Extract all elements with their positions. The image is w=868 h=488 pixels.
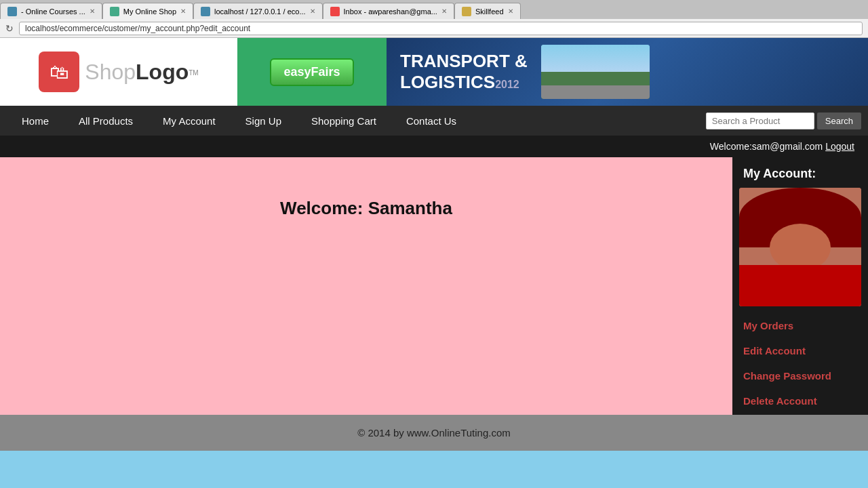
sidebar-title: My Account: xyxy=(732,157,868,188)
logo-logo: Logo xyxy=(136,60,189,84)
tab-3[interactable]: localhost / 127.0.0.1 / eco... ✕ xyxy=(193,3,323,19)
welcome-email: sam@gmail.com xyxy=(752,141,823,152)
shop-logo-icon: 🛍 xyxy=(39,52,79,92)
sidebar-delete-account[interactable]: Delete Account xyxy=(732,388,868,413)
main-content: Welcome: Samantha xyxy=(0,157,732,415)
nav-shopping-cart[interactable]: Shopping Cart xyxy=(296,106,391,136)
nav-bar: Home All Products My Account Sign Up Sho… xyxy=(0,106,868,136)
logo-box: 🛍 ShopLogoTM xyxy=(39,52,198,92)
browser-chrome: - Online Courses ... ✕ My Online Shop ✕ … xyxy=(0,0,868,38)
sidebar-avatar xyxy=(739,188,861,306)
nav-home[interactable]: Home xyxy=(7,106,64,136)
tab-5[interactable]: Skillfeed ✕ xyxy=(454,3,521,19)
search-button[interactable]: Search xyxy=(817,113,861,129)
welcome-bar: Welcome:sam@gmail.com Logout xyxy=(0,136,868,157)
tab-label-1: - Online Courses ... xyxy=(21,7,85,16)
tab-label-5: Skillfeed xyxy=(475,7,504,16)
nav-all-products[interactable]: All Products xyxy=(64,106,148,136)
nav-sign-up[interactable]: Sign Up xyxy=(231,106,296,136)
tab-label-2: My Online Shop xyxy=(123,7,176,16)
transport-line2: LOGISTICS2012 xyxy=(400,72,528,93)
tab-close-2[interactable]: ✕ xyxy=(180,7,186,15)
tab-favicon-4 xyxy=(330,7,340,16)
welcome-text: Welcome: xyxy=(710,141,752,152)
logout-link[interactable]: Logout xyxy=(825,141,854,152)
tab-close-1[interactable]: ✕ xyxy=(90,7,95,15)
tab-1[interactable]: - Online Courses ... ✕ xyxy=(0,3,102,19)
footer-text: © 2014 by www.OnlineTuting.com xyxy=(357,427,511,439)
banner-image xyxy=(541,45,650,99)
welcome-heading: Welcome: Samantha xyxy=(280,184,452,219)
transport-line1: TRANSPORT & xyxy=(400,51,528,72)
logo-shop: Shop xyxy=(85,60,136,84)
tab-close-3[interactable]: ✕ xyxy=(310,7,315,15)
tab-favicon-1 xyxy=(7,7,17,16)
site-footer: © 2014 by www.OnlineTuting.com xyxy=(0,415,868,451)
nav-search: Search xyxy=(706,113,861,129)
sidebar-change-password[interactable]: Change Password xyxy=(732,363,868,388)
easyfairs-button[interactable]: easyFairs xyxy=(270,58,353,86)
nav-my-account[interactable]: My Account xyxy=(148,106,231,136)
tab-4[interactable]: Inbox - awpareshan@gma... ✕ xyxy=(323,3,454,19)
site-header: 🛍 ShopLogoTM easyFairs TRANSPORT & LOGIS… xyxy=(0,38,868,106)
url-input[interactable] xyxy=(19,22,863,35)
sidebar: My Account: My Orders Edit Account Chang… xyxy=(732,157,868,415)
nav-contact-us[interactable]: Contact Us xyxy=(391,106,471,136)
tab-favicon-5 xyxy=(462,7,471,16)
banner-right: TRANSPORT & LOGISTICS2012 xyxy=(387,38,868,106)
tab-label-4: Inbox - awpareshan@gma... xyxy=(344,7,437,16)
tab-favicon-3 xyxy=(201,7,210,16)
tab-label-3: localhost / 127.0.0.1 / eco... xyxy=(214,7,306,16)
tab-favicon-2 xyxy=(110,7,119,16)
address-bar: ↻ xyxy=(0,19,868,38)
nav-links: Home All Products My Account Sign Up Sho… xyxy=(7,106,706,136)
search-input[interactable] xyxy=(706,113,814,129)
sidebar-edit-account[interactable]: Edit Account xyxy=(732,338,868,363)
logo-text: ShopLogoTM xyxy=(85,60,198,85)
tab-bar: - Online Courses ... ✕ My Online Shop ✕ … xyxy=(0,0,868,19)
transport-text: TRANSPORT & LOGISTICS2012 xyxy=(400,51,528,93)
sidebar-my-orders[interactable]: My Orders xyxy=(732,313,868,338)
tab-close-4[interactable]: ✕ xyxy=(441,7,447,15)
tab-2[interactable]: My Online Shop ✕ xyxy=(102,3,193,19)
page-wrapper: 🛍 ShopLogoTM easyFairs TRANSPORT & LOGIS… xyxy=(0,38,868,451)
logo-area: 🛍 ShopLogoTM xyxy=(0,38,237,106)
banner-middle: easyFairs xyxy=(237,38,387,106)
refresh-button[interactable]: ↻ xyxy=(5,23,14,34)
tab-close-5[interactable]: ✕ xyxy=(508,7,513,15)
main-layout: Welcome: Samantha My Account: My Orders xyxy=(0,157,868,415)
logo-tm: TM xyxy=(189,68,198,76)
